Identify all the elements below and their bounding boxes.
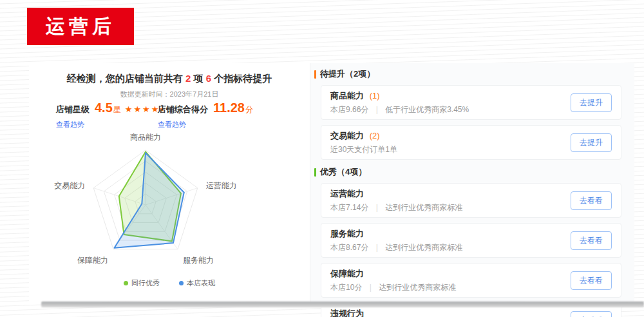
metric-name: 保障能力: [330, 269, 364, 278]
radar-axis-label: 交易能力: [54, 181, 85, 190]
metric-score: 本店7.14分: [330, 203, 368, 212]
metric-info: 商品能力 (1) 本店9.66分 | 低于行业优秀商家3.45%: [330, 91, 469, 114]
composite-score-unit: 分: [245, 104, 253, 115]
section-items: 商品能力 (1) 本店9.66分 | 低于行业优秀商家3.45% 去提升 交易能…: [314, 85, 621, 160]
title-text: 个指标待提升: [211, 73, 272, 84]
metric-card: 运营能力 本店7.14分 | 达到行业优秀商家标准 去看看: [321, 183, 621, 218]
metric-info: 交易能力 (2) 近30天支付订单1单: [330, 131, 397, 154]
metric-count: (1): [370, 91, 380, 101]
card-bottom-shadow: [41, 302, 644, 307]
action-button[interactable]: 去看看: [571, 191, 612, 210]
section-header: 优秀（4项）: [314, 166, 621, 178]
metric-name: 交易能力: [330, 131, 364, 140]
operation-stage-badge: 运营后: [27, 8, 134, 45]
action-button[interactable]: 去提升: [571, 93, 612, 112]
action-button[interactable]: 去看看: [571, 231, 612, 250]
metric-card: 商品能力 (1) 本店9.66分 | 低于行业优秀商家3.45% 去提升: [321, 85, 621, 120]
legend-dot: [124, 281, 128, 285]
metric-info: 违规行为 存在违规行为0条: [330, 309, 389, 317]
title-text: 项: [191, 73, 205, 84]
metric-info: 运营能力 本店7.14分 | 达到行业优秀商家标准: [330, 189, 462, 212]
metric-card: 交易能力 (2) 近30天支付订单1单 去提升: [321, 125, 621, 160]
data-update-time: 数据更新时间：2023年7月21日: [29, 90, 310, 99]
legend-item-本店表现[interactable]: 本店表现: [179, 278, 215, 288]
legend-label: 本店表现: [187, 278, 215, 288]
metric-score: 本店8.67分: [330, 243, 368, 252]
shop-diagnosis-card: 经检测，您的店铺当前共有 2 项 6 个指标待提升 数据更新时间：2023年7月…: [29, 63, 634, 302]
radar-axis-label: 商品能力: [130, 133, 161, 142]
desc-separator: |: [370, 283, 372, 292]
section-title: 待提升（2项）: [320, 68, 375, 80]
legend-label: 同行优秀: [131, 278, 160, 288]
metric-comparison: 达到行业优秀商家标准: [379, 283, 456, 292]
metric-comparison: 达到行业优秀商家标准: [385, 243, 462, 252]
legend-item-同行优秀[interactable]: 同行优秀: [124, 278, 160, 288]
section-accent-bar: [314, 168, 316, 177]
title-text: 经检测，您的店铺当前共有: [67, 73, 185, 84]
metric-score: 本店9.66分: [330, 105, 368, 114]
metric-card: 服务能力 本店8.67分 | 达到行业优秀商家标准 去看看: [321, 223, 621, 258]
star-rating-value: 4.5: [95, 101, 113, 115]
desc-separator: |: [376, 203, 378, 212]
composite-score-label: 店铺综合得分: [158, 104, 208, 115]
star-rating-label: 店铺星级: [56, 104, 90, 115]
badge-label: 运营后: [46, 14, 115, 40]
metric-comparison: 低于行业优秀商家3.45%: [385, 105, 469, 114]
metric-count: (2): [370, 131, 380, 140]
diagnosis-title: 经检测，您的店铺当前共有 2 项 6 个指标待提升: [29, 73, 310, 85]
legend-dot: [179, 281, 184, 285]
panel-section: 优秀（4项） 运营能力 本店7.14分 | 达到行业优秀商家标准 去看看 服务能…: [314, 166, 621, 317]
metric-card: 保障能力 本店10分 | 达到行业优秀商家标准 去看看: [321, 263, 621, 298]
section-header: 待提升（2项）: [314, 68, 621, 80]
metric-name: 商品能力: [330, 91, 364, 101]
metric-info: 保障能力 本店10分 | 达到行业优秀商家标准: [330, 269, 456, 292]
action-button[interactable]: 去看看: [571, 311, 612, 317]
metric-name: 违规行为: [330, 309, 364, 317]
improvement-panel: 待提升（2项） 商品能力 (1) 本店9.66分 | 低于行业优秀商家3.45%…: [310, 63, 634, 302]
action-button[interactable]: 去看看: [571, 271, 612, 290]
composite-score-value: 11.28: [213, 101, 245, 115]
metric-name: 服务能力: [330, 229, 364, 238]
radar-chart: 商品能力运营能力服务能力保障能力交易能力: [29, 125, 310, 287]
section-accent-bar: [314, 70, 316, 79]
star-rating-unit: 星: [113, 104, 121, 115]
radar-axis-label: 保障能力: [77, 256, 108, 265]
metric-name: 运营能力: [330, 189, 364, 198]
metric-comparison: 达到行业优秀商家标准: [385, 203, 462, 212]
desc-separator: |: [376, 243, 378, 252]
desc-separator: |: [376, 105, 378, 114]
metric-score: 近30天支付订单1单: [330, 145, 397, 154]
chart-legend: 同行优秀本店表现: [29, 278, 310, 288]
section-items: 运营能力 本店7.14分 | 达到行业优秀商家标准 去看看 服务能力 本店8.6…: [314, 183, 621, 317]
diagnosis-summary-panel: 经检测，您的店铺当前共有 2 项 6 个指标待提升 数据更新时间：2023年7月…: [29, 63, 310, 302]
radar-axis-label: 运营能力: [206, 181, 237, 190]
capability-radar-wrap: 商品能力运营能力服务能力保障能力交易能力: [29, 125, 310, 287]
radar-axis-label: 服务能力: [183, 256, 214, 265]
section-title: 优秀（4项）: [320, 166, 366, 178]
metric-score: 本店10分: [330, 283, 362, 292]
metric-info: 服务能力 本店8.67分 | 达到行业优秀商家标准: [330, 229, 462, 252]
panel-section: 待提升（2项） 商品能力 (1) 本店9.66分 | 低于行业优秀商家3.45%…: [314, 68, 621, 160]
pending-metric-count: 6: [206, 73, 211, 84]
action-button[interactable]: 去提升: [571, 133, 612, 152]
